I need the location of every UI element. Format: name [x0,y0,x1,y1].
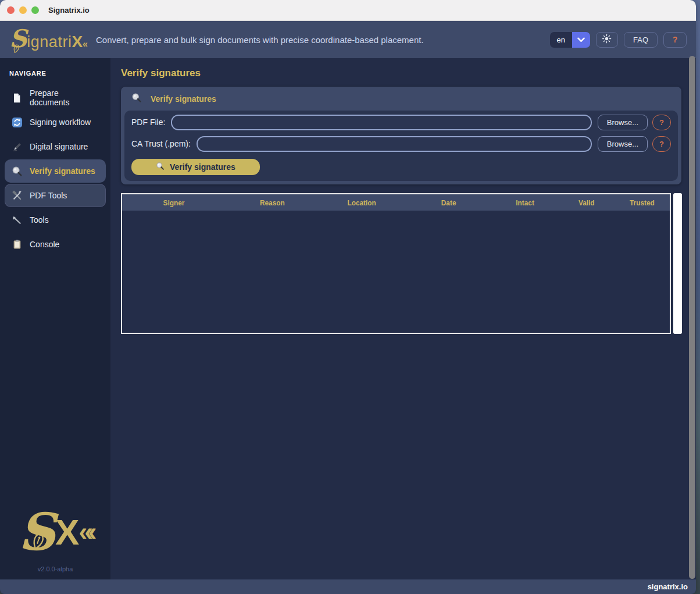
statusbar-brand: signatrix.io [648,582,688,591]
pen-icon [11,141,23,152]
logo-letter-x: X [55,511,77,553]
verify-panel: Verify signatures PDF File: Browse... ? … [121,87,681,184]
clipboard-icon [11,239,23,250]
form-row-pdf-file: PDF File: Browse... ? [131,114,671,130]
panel-body: PDF File: Browse... ? CA Trust (.pem): B… [124,111,678,181]
ca-trust-input[interactable] [197,136,592,152]
theme-toggle-button[interactable] [596,32,618,48]
wrench-icon [11,214,23,226]
sidebar-item-label: Tools [30,215,49,225]
window-scrollbar[interactable] [689,56,695,579]
sidebar-item-label: Console [30,240,59,249]
pdf-file-help-button[interactable]: ? [652,115,671,130]
column-header-signer[interactable]: Signer [122,194,226,211]
faq-button[interactable]: FAQ [624,32,658,48]
pdf-file-browse-button[interactable]: Browse... [598,115,648,130]
logo-text: ignatri [27,33,72,51]
language-value: en [550,32,572,48]
magnifier-icon [131,93,142,105]
chevron-down-icon [577,34,585,45]
magnifier-icon [156,162,165,172]
sidebar-item-signing-workflow[interactable]: Signing workflow [5,111,106,134]
close-window-button[interactable] [7,6,15,14]
sync-icon [11,116,23,128]
logo-chevrons: «‹ [78,517,92,546]
panel-header: Verify signatures [121,87,681,111]
app-version: v2.0.0-alpha [0,565,110,572]
minimize-window-button[interactable] [19,6,27,14]
hammer-wrench-icon [11,190,23,201]
verify-signatures-button[interactable]: Verify signatures [131,159,260,175]
sidebar-item-digital-signature[interactable]: Digital signature [5,135,106,158]
column-header-date[interactable]: Date [406,194,491,211]
column-header-trusted[interactable]: Trusted [615,194,670,211]
column-header-intact[interactable]: Intact [491,194,559,211]
sidebar-item-pdf-tools[interactable]: PDF Tools [5,184,106,207]
table-header-row: Signer Reason Location Date Intact Valid… [122,194,670,211]
panel-title: Verify signatures [151,94,216,104]
sidebar-item-label: Verify signatures [30,166,95,176]
sun-icon [602,34,612,45]
app-window: Signatrix.io S ignatri X « Convert, prep… [0,0,696,594]
column-header-reason[interactable]: Reason [226,194,318,211]
sidebar-item-verify-signatures[interactable]: Verify signatures [5,159,106,183]
help-button[interactable]: ? [663,32,687,48]
language-selector[interactable]: en [550,32,590,48]
sidebar-section-label: NAVIGARE [9,70,110,77]
verify-signatures-button-label: Verify signatures [170,162,235,172]
sidebar-item-label: Signing workflow [30,118,91,127]
table-scrollbar[interactable] [673,193,682,334]
sidebar-logo: S X «‹ [0,509,110,555]
magnifier-icon [11,165,23,177]
form-row-ca-trust: CA Trust (.pem): Browse... ? [131,136,671,152]
ca-trust-help-button[interactable]: ? [652,136,671,152]
app-tagline: Convert, prepare and bulk sign documents… [96,35,424,45]
pdf-file-input[interactable] [171,115,591,130]
app-header: S ignatri X « Convert, prepare and bulk … [0,21,696,58]
ca-trust-browse-button[interactable]: Browse... [598,136,648,152]
sidebar-item-label: Prepare documents [30,88,99,107]
sidebar-item-tools[interactable]: Tools [5,208,106,232]
titlebar: Signatrix.io [0,0,696,21]
header-controls: en FAQ ? [550,32,687,48]
app-logo: S ignatri X « [9,28,88,51]
sidebar-item-console[interactable]: Console [5,233,106,256]
signatures-table: Signer Reason Location Date Intact Valid… [121,193,671,334]
ca-trust-label: CA Trust (.pem): [131,139,191,148]
zoom-window-button[interactable] [31,6,39,14]
column-header-valid[interactable]: Valid [559,194,615,211]
sidebar-item-label: PDF Tools [30,191,67,200]
pdf-file-label: PDF File: [131,118,165,127]
sidebar: NAVIGARE Prepare documents Signing workf… [0,58,110,579]
document-icon [11,92,23,104]
window-title: Signatrix.io [48,6,90,15]
results-table-zone: Signer Reason Location Date Intact Valid… [121,193,696,334]
traffic-lights [7,6,39,14]
page-title: Verify signatures [121,67,696,79]
sidebar-item-label: Digital signature [30,142,88,151]
logo-chevrons: « [83,39,88,49]
main-content: Verify signatures Verify signatures PDF … [110,58,696,579]
column-header-location[interactable]: Location [318,194,406,211]
status-bar: signatrix.io [0,579,696,594]
logo-letter-x: X [72,33,82,51]
sidebar-item-prepare-documents[interactable]: Prepare documents [5,86,106,109]
body-row: NAVIGARE Prepare documents Signing workf… [0,58,696,579]
language-dropdown-button[interactable] [572,32,590,48]
table-body-empty [122,211,670,333]
